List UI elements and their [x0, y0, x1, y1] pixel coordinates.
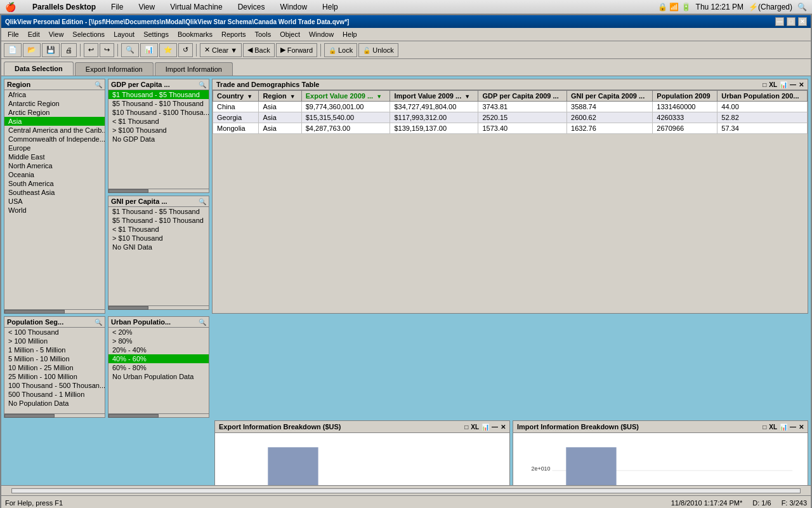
mac-menu-window[interactable]: Window — [276, 1, 311, 13]
population-listbox-body[interactable]: < 100 Thousand> 100 Million1 Million - 5… — [4, 328, 105, 413]
region-item[interactable]: Arctic Region — [4, 108, 105, 117]
gdp-item[interactable]: $1 Thousand - $5 Thousand — [108, 90, 209, 99]
search-mac-icon[interactable]: 🔍 — [797, 3, 807, 11]
col-gdp[interactable]: GDP per Capita 2009 ... — [478, 91, 567, 102]
mac-menu-view[interactable]: View — [134, 1, 159, 13]
mac-menu-help[interactable]: Help — [318, 1, 342, 13]
menu-object[interactable]: Object — [276, 29, 304, 39]
population-item[interactable]: > 100 Million — [4, 337, 105, 345]
gni-search-icon[interactable]: 🔍 — [199, 198, 206, 205]
region-item[interactable]: Antarctic Region — [4, 99, 105, 108]
gdp-search-icon[interactable]: 🔍 — [199, 81, 206, 88]
population-item[interactable]: 25 Million - 100 Million — [4, 372, 105, 381]
table-close-icon[interactable]: ✕ — [799, 81, 804, 88]
toolbar-refresh[interactable]: ↺ — [178, 43, 193, 57]
export-close-icon[interactable]: ✕ — [501, 424, 506, 431]
urban-listbox-body[interactable]: < 20%> 80%20% - 40%40% - 60%60% - 80%No … — [108, 328, 209, 413]
urban-item[interactable]: 40% - 60% — [108, 354, 209, 363]
menu-file[interactable]: File — [4, 29, 23, 39]
tab-export-information[interactable]: Export Information — [75, 62, 154, 76]
clear-button[interactable]: ✕ Clear ▼ — [200, 43, 242, 57]
menu-reports[interactable]: Reports — [218, 29, 250, 39]
table-row[interactable]: ChinaAsia$9,774,360,001.00$34,727,491,80… — [213, 102, 808, 112]
menu-bookmarks[interactable]: Bookmarks — [174, 29, 216, 39]
export-doc-icon[interactable]: □ — [464, 424, 468, 431]
urban-search-icon[interactable]: 🔍 — [199, 319, 206, 326]
urban-scrollbar[interactable] — [108, 413, 209, 417]
region-item[interactable]: Commonwealth of Independe... — [4, 135, 105, 144]
mac-menu-devices[interactable]: Devices — [234, 1, 269, 13]
import-bar-china[interactable] — [566, 447, 616, 485]
toolbar-print[interactable]: 🖨 — [61, 43, 77, 57]
col-export[interactable]: Export Value 2009 ... ▼ — [301, 91, 390, 102]
urban-item[interactable]: < 20% — [108, 328, 209, 337]
region-item[interactable]: Middle East — [4, 152, 105, 161]
region-scrollbar[interactable] — [4, 309, 105, 313]
toolbar-open[interactable]: 📂 — [23, 43, 41, 57]
population-search-icon[interactable]: 🔍 — [95, 319, 102, 326]
region-item[interactable]: USA — [4, 197, 105, 206]
table-expand-icon[interactable]: XL — [769, 81, 777, 88]
urban-item[interactable]: No Urban Population Data — [108, 372, 209, 381]
table-row[interactable]: GeorgiaAsia$15,315,540.00$117,993,312.00… — [213, 112, 808, 123]
menu-tools[interactable]: Tools — [251, 29, 275, 39]
mac-menu-file[interactable]: File — [107, 1, 127, 13]
gni-item[interactable]: $1 Thousand - $5 Thousand — [108, 207, 209, 216]
population-item[interactable]: No Population Data — [4, 399, 105, 408]
col-import[interactable]: Import Value 2009 ... ▼ — [390, 91, 478, 102]
region-item[interactable]: Southeast Asia — [4, 188, 105, 197]
trade-table-scroll[interactable]: Country ▼ Region ▼ Export Value 2009 ...… — [213, 90, 808, 313]
menu-window[interactable]: Window — [305, 29, 337, 39]
mac-menu-virtualmachine[interactable]: Virtual Machine — [166, 1, 226, 13]
menu-edit[interactable]: Edit — [24, 29, 44, 39]
export-bar-china[interactable] — [268, 447, 318, 485]
import-min-icon[interactable]: — — [790, 424, 796, 431]
toolbar-bookmark[interactable]: ⭐ — [159, 43, 177, 57]
gdp-item[interactable]: No GDP Data — [108, 135, 209, 144]
export-chart-icon[interactable]: 📊 — [481, 424, 489, 431]
gdp-listbox-body[interactable]: $1 Thousand - $5 Thousand$5 Thousand - $… — [108, 90, 209, 189]
unlock-button[interactable]: Unlock — [358, 43, 398, 57]
region-item[interactable]: Central America and the Carib... — [4, 126, 105, 135]
region-item[interactable]: North America — [4, 161, 105, 170]
menu-help[interactable]: Help — [339, 29, 361, 39]
import-close-icon[interactable]: ✕ — [799, 424, 804, 431]
import-doc-icon[interactable]: □ — [763, 424, 766, 431]
population-item[interactable]: 100 Thousand - 500 Thousan... — [4, 381, 105, 390]
gni-item[interactable]: > $10 Thousand — [108, 234, 209, 243]
import-chart-icon[interactable]: 📊 — [780, 424, 787, 431]
urban-item[interactable]: 20% - 40% — [108, 345, 209, 354]
tab-data-selection[interactable]: Data Selection — [4, 62, 74, 76]
horizontal-scrollbar[interactable] — [1, 485, 811, 495]
import-xl-icon[interactable]: XL — [769, 424, 777, 431]
toolbar-undo[interactable]: ↩ — [84, 43, 98, 57]
population-item[interactable]: < 100 Thousand — [4, 328, 105, 337]
region-item[interactable]: Oceania — [4, 170, 105, 179]
toolbar-find[interactable]: 🔍 — [121, 43, 139, 57]
mac-menu-parallels[interactable]: Parallels Desktop — [29, 1, 100, 13]
minimize-button[interactable]: — — [775, 17, 784, 26]
gdp-item[interactable]: $10 Thousand - $100 Thousa... — [108, 108, 209, 117]
maximize-button[interactable]: □ — [787, 17, 796, 26]
table-doc-icon[interactable]: □ — [763, 81, 766, 88]
table-min-icon[interactable]: — — [790, 81, 796, 88]
scrollbar-track[interactable] — [11, 488, 801, 493]
region-listbox-body[interactable]: AfricaAntarctic RegionArctic RegionAsiaC… — [4, 90, 105, 309]
lock-button[interactable]: Lock — [324, 43, 357, 57]
col-gni[interactable]: GNI per Capita 2009 ... — [567, 91, 653, 102]
col-urban[interactable]: Urban Population 200... — [717, 91, 808, 102]
menu-selections[interactable]: Selections — [69, 29, 108, 39]
gni-item[interactable]: $5 Thousand - $10 Thousand — [108, 216, 209, 225]
export-min-icon[interactable]: — — [492, 424, 498, 431]
gdp-item[interactable]: > $100 Thousand — [108, 126, 209, 135]
col-region[interactable]: Region ▼ — [259, 91, 301, 102]
region-item[interactable]: Africa — [4, 90, 105, 99]
tab-import-information[interactable]: Import Information — [155, 62, 233, 76]
region-search-icon[interactable]: 🔍 — [95, 81, 102, 88]
region-item[interactable]: Europe — [4, 144, 105, 152]
gdp-scrollbar[interactable] — [108, 189, 209, 192]
forward-button[interactable]: ▶ Forward — [276, 43, 317, 57]
gdp-item[interactable]: $5 Thousand - $10 Thousand — [108, 99, 209, 108]
region-item[interactable]: Asia — [4, 117, 105, 126]
urban-item[interactable]: 60% - 80% — [108, 363, 209, 372]
